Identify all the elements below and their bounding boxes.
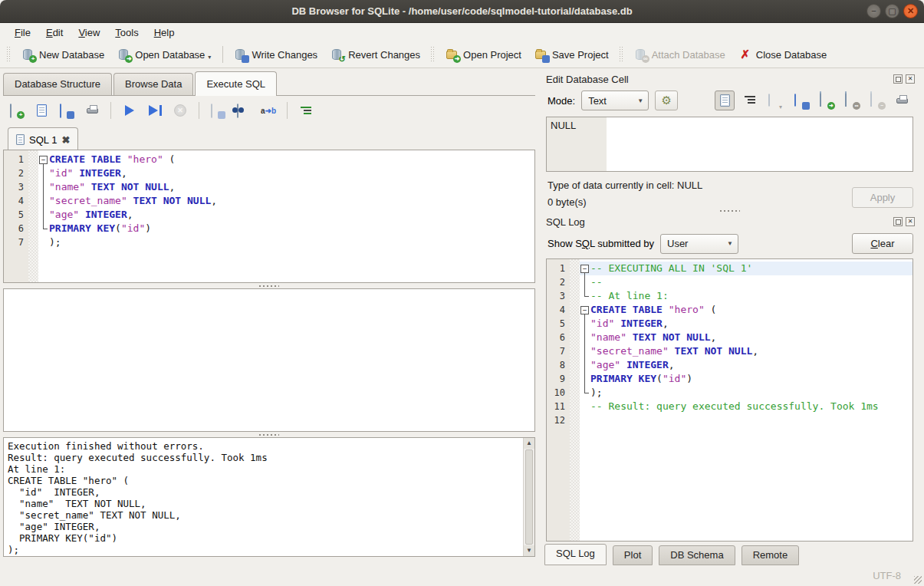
find-button[interactable] [233, 100, 253, 120]
chevron-down-icon[interactable]: ▾ [208, 54, 211, 61]
export-data-button[interactable]: ➜ [816, 91, 836, 110]
import-data-button[interactable]: ▾ [765, 91, 785, 110]
find-replace-button[interactable]: a➜b [258, 100, 278, 120]
apply-settings-button[interactable]: ⚙ [655, 91, 678, 110]
maximize-icon[interactable]: ▢ [885, 4, 899, 18]
menu-help[interactable]: Help [147, 25, 182, 40]
cell-value: NULL [547, 117, 607, 171]
execute-current-line-button[interactable] [145, 100, 165, 120]
open-sql-file-button[interactable] [31, 100, 51, 120]
open-project-button[interactable]: ➜ Open Project [441, 45, 527, 64]
save-results-button[interactable]: ▾ [208, 100, 228, 120]
menu-bar: File Edit View Tools Help [0, 23, 924, 41]
sql-editor[interactable]: 1CREATE TABLE "hero" (2 "id" INTEGER,3 "… [3, 150, 535, 283]
fold-marker-icon[interactable] [580, 303, 590, 317]
word-wrap-button[interactable] [740, 91, 760, 110]
chevron-down-icon: ▼ [719, 240, 733, 247]
app-window: DB Browser for SQLite - /home/user/code/… [0, 0, 924, 586]
results-pane[interactable] [3, 288, 535, 432]
sql-file-icon [16, 134, 25, 145]
write-changes-button[interactable]: Write Changes [229, 45, 323, 64]
fold-line [38, 208, 49, 222]
fold-marker-icon[interactable] [38, 153, 49, 166]
execute-all-button[interactable] [120, 100, 140, 120]
horizontal-splitter[interactable] [3, 432, 535, 437]
line-number: 7 [547, 344, 570, 358]
auto-format-button[interactable] [296, 100, 316, 120]
text-view-button[interactable] [715, 91, 735, 110]
float-dock-icon[interactable] [893, 217, 903, 226]
cell-meta-row: Type of data currently in cell: NULL 0 b… [541, 172, 918, 208]
close-database-button[interactable]: ✗ Close Database [734, 45, 833, 64]
set-null-button[interactable]: − [866, 91, 886, 110]
close-tab-icon[interactable]: ✖ [61, 134, 70, 146]
float-dock-icon[interactable] [893, 74, 903, 84]
cell-value-editor[interactable]: NULL [546, 117, 913, 172]
open-database-icon: ➜ [118, 48, 130, 61]
save-data-button[interactable] [791, 91, 811, 110]
menu-edit[interactable]: Edit [39, 25, 70, 40]
open-sql-tab-button[interactable]: + [6, 100, 26, 120]
line-number: 4 [4, 194, 28, 208]
sql-log-dock-header: SQL Log [541, 213, 918, 230]
tab-browse-data[interactable]: Browse Data [113, 73, 193, 95]
print-cell-button[interactable] [892, 91, 912, 110]
tab-plot[interactable]: Plot [613, 545, 653, 565]
menu-file[interactable]: File [8, 25, 38, 40]
toolbar-grip[interactable] [431, 47, 436, 62]
code-line: 2 "id" INTEGER, [4, 166, 534, 180]
scrollbar-thumb[interactable] [525, 449, 533, 545]
fold-margin [570, 344, 580, 358]
message-line: "name" TEXT NOT NULL, [8, 498, 523, 509]
toolbar-separator [110, 102, 111, 119]
line-number: 4 [547, 303, 570, 317]
revert-changes-button[interactable]: ↺ Revert Changes [326, 45, 426, 64]
open-database-button[interactable]: ➜ Open Database ▾ [113, 45, 216, 64]
fold-marker-icon[interactable] [580, 262, 590, 275]
tab-sql-log[interactable]: SQL Log [544, 544, 607, 565]
save-project-button[interactable]: Save Project [530, 45, 614, 64]
toolbar-grip[interactable] [7, 47, 12, 62]
print-button[interactable] [82, 100, 102, 120]
tab-remote[interactable]: Remote [742, 545, 800, 565]
menu-view[interactable]: View [71, 25, 107, 40]
apply-button[interactable]: Apply [852, 187, 913, 208]
tab-db-schema[interactable]: DB Schema [659, 545, 735, 565]
horizontal-splitter[interactable] [541, 208, 918, 213]
save-sql-file-button[interactable]: ▾ [57, 100, 77, 120]
link-data-button[interactable]: ∞ [841, 91, 861, 110]
attach-database-button[interactable]: ∞ Attach Database [630, 45, 731, 64]
new-database-button[interactable]: + New Database [17, 45, 110, 64]
resize-grip-icon[interactable] [914, 576, 922, 584]
stop-execution-button[interactable]: ✕ [170, 100, 190, 120]
clear-log-button[interactable]: Clear [852, 233, 913, 254]
fold-margin [570, 331, 580, 344]
sql-file-tab[interactable]: SQL 1 ✖ [8, 127, 78, 151]
link-data-icon: ∞ [845, 94, 857, 107]
encoding-indicator[interactable]: UTF-8 [873, 570, 901, 581]
scroll-down-icon[interactable]: ▼ [524, 545, 534, 556]
title-bar[interactable]: DB Browser for SQLite - /home/user/code/… [0, 0, 924, 23]
edit-cell-dock-header: Edit Database Cell [541, 71, 918, 87]
code-line: 1-- EXECUTING ALL IN 'SQL 1' [547, 262, 912, 275]
close-icon[interactable]: ✕ [903, 4, 918, 18]
tab-execute-sql[interactable]: Execute SQL [195, 71, 277, 96]
export-data-icon: ➜ [820, 94, 832, 107]
sql-toolbar: + ▾ ✕ ▾ [3, 96, 535, 125]
line-number: 1 [4, 153, 28, 166]
chevron-down-icon: ▼ [630, 97, 643, 104]
tab-database-structure[interactable]: Database Structure [3, 73, 112, 95]
submitter-select[interactable]: User ▼ [660, 234, 738, 254]
minimize-icon[interactable]: − [866, 4, 881, 18]
toolbar-grip[interactable] [620, 47, 624, 62]
mode-select[interactable]: Text ▼ [581, 91, 649, 110]
attach-database-icon: ∞ [635, 48, 647, 61]
fold-margin [28, 235, 38, 249]
close-dock-icon[interactable] [906, 217, 915, 226]
sql-log-view[interactable]: 1-- EXECUTING ALL IN 'SQL 1'2--3-- At li… [546, 258, 913, 542]
horizontal-splitter[interactable] [3, 283, 535, 288]
menu-tools[interactable]: Tools [108, 25, 145, 40]
scrollbar[interactable]: ▲ ▼ [523, 438, 534, 556]
close-dock-icon[interactable] [906, 74, 915, 84]
scroll-up-icon[interactable]: ▲ [524, 438, 534, 449]
